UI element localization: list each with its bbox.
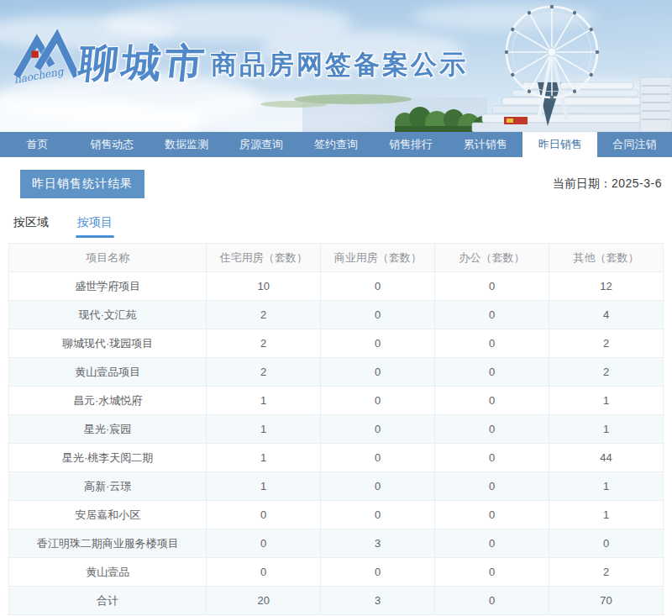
nav-item-8[interactable]: 合同注销 (597, 132, 672, 157)
count-cell: 0 (321, 329, 435, 358)
count-cell: 1 (207, 472, 321, 501)
count-cell: 0 (321, 472, 435, 501)
count-cell: 0 (435, 301, 549, 329)
count-cell: 0 (207, 501, 321, 529)
project-name-cell: 盛世学府项目 (9, 272, 207, 301)
view-tab-1[interactable]: 按项目 (76, 215, 114, 238)
project-name-cell: 星光·桃李天阅二期 (9, 444, 207, 472)
count-cell: 0 (207, 529, 321, 558)
count-cell: 0 (321, 272, 435, 301)
count-cell: 0 (435, 501, 549, 529)
count-cell: 0 (321, 301, 435, 329)
nav-item-3[interactable]: 房源查询 (224, 132, 299, 157)
count-cell: 2 (549, 329, 664, 358)
count-cell: 0 (435, 558, 549, 587)
site-title: 商品房网签备案公示 (211, 51, 468, 77)
count-cell: 0 (321, 558, 435, 587)
count-cell: 2 (549, 558, 664, 587)
page: liaocheng 聊城市 商品房网签备案公示 首页销售动态数据监测房源查询签约… (0, 0, 672, 616)
count-cell: 0 (435, 329, 549, 358)
column-header: 项目名称 (9, 244, 207, 272)
nav-item-6[interactable]: 累计销售 (448, 132, 522, 157)
count-cell: 3 (321, 529, 435, 558)
count-cell: 0 (435, 529, 549, 558)
project-name-cell: 星光·宸园 (9, 415, 207, 444)
count-cell: 0 (207, 558, 321, 587)
content: 昨日销售统计结果 当前日期：2025-3-6 按区域按项目 项目名称住宅用房（套… (0, 170, 672, 615)
project-name-cell: 合计 (9, 587, 207, 615)
project-name-cell: 香江明珠二期商业服务楼项目 (9, 529, 207, 558)
project-name-cell: 昌元·水城悦府 (9, 387, 207, 415)
section-title-badge: 昨日销售统计结果 (20, 170, 144, 198)
count-cell: 1 (549, 387, 664, 415)
count-cell: 3 (321, 587, 435, 615)
count-cell: 0 (321, 444, 435, 472)
project-name-cell: 聊城现代·珑园项目 (9, 329, 207, 358)
table-row: 聊城现代·珑园项目2002 (9, 329, 664, 358)
count-cell: 1 (549, 472, 664, 501)
project-name-cell: 高新·云璟 (9, 472, 207, 501)
column-header: 商业用房（套数） (321, 244, 435, 272)
count-cell: 4 (549, 301, 664, 329)
liaocheng-logo-icon: liaocheng (13, 25, 79, 86)
nav-item-2[interactable]: 数据监测 (150, 132, 224, 157)
table-row: 黄山壹品项目2002 (9, 358, 664, 387)
nav-item-0[interactable]: 首页 (0, 132, 75, 157)
nav-item-7[interactable]: 昨日销售 (522, 132, 597, 157)
count-cell: 0 (435, 472, 549, 501)
count-cell: 0 (549, 529, 664, 558)
count-cell: 2 (207, 301, 321, 329)
count-cell: 0 (321, 387, 435, 415)
table-body: 盛世学府项目100012现代·文汇苑2004聊城现代·珑园项目2002黄山壹品项… (9, 272, 664, 615)
current-date: 当前日期：2025-3-6 (553, 176, 662, 192)
count-cell: 10 (207, 272, 321, 301)
table-row: 星光·桃李天阅二期10044 (9, 444, 664, 472)
nav-item-1[interactable]: 销售动态 (75, 132, 150, 157)
view-tab-0[interactable]: 按区域 (12, 215, 50, 238)
project-name-cell: 现代·文汇苑 (9, 301, 207, 329)
site-header: liaocheng 聊城市 商品房网签备案公示 (0, 0, 672, 132)
nav-item-4[interactable]: 签约查询 (299, 132, 374, 157)
count-cell: 0 (321, 501, 435, 529)
count-cell: 0 (435, 415, 549, 444)
count-cell: 0 (435, 272, 549, 301)
project-name-cell: 黄山壹品 (9, 558, 207, 587)
count-cell: 70 (549, 587, 664, 615)
count-cell: 20 (207, 587, 321, 615)
project-name-cell: 安居嘉和小区 (9, 501, 207, 529)
count-cell: 0 (435, 358, 549, 387)
nav-item-5[interactable]: 销售排行 (373, 132, 448, 157)
column-header: 办公（套数） (435, 244, 549, 272)
count-cell: 0 (435, 387, 549, 415)
column-header: 其他（套数） (549, 244, 664, 272)
count-cell: 2 (207, 358, 321, 387)
table-row: 昌元·水城悦府1001 (9, 387, 664, 415)
count-cell: 1 (207, 387, 321, 415)
city-name: 聊城市 (77, 43, 210, 82)
table-row: 盛世学府项目100012 (9, 272, 664, 301)
main-nav: 首页销售动态数据监测房源查询签约查询销售排行累计销售昨日销售合同注销 (0, 132, 672, 157)
table-row: 星光·宸园1001 (9, 415, 664, 444)
count-cell: 0 (321, 358, 435, 387)
count-cell: 1 (207, 444, 321, 472)
table-row: 香江明珠二期商业服务楼项目0300 (9, 529, 664, 558)
count-cell: 12 (549, 272, 664, 301)
count-cell: 2 (207, 329, 321, 358)
result-tabs: 按区域按项目 (12, 215, 664, 238)
table-header-row: 项目名称住宅用房（套数）商业用房（套数）办公（套数）其他（套数） (9, 244, 664, 272)
current-date-label: 当前日期： (553, 176, 612, 190)
count-cell: 44 (549, 444, 664, 472)
current-date-value: 2025-3-6 (612, 176, 662, 190)
column-header: 住宅用房（套数） (207, 244, 321, 272)
count-cell: 0 (435, 444, 549, 472)
sales-stats-table: 项目名称住宅用房（套数）商业用房（套数）办公（套数）其他（套数） 盛世学府项目1… (8, 243, 664, 615)
count-cell: 1 (549, 501, 664, 529)
table-row: 黄山壹品0002 (9, 558, 664, 587)
count-cell: 2 (549, 358, 664, 387)
count-cell: 0 (435, 587, 549, 615)
brand: liaocheng 聊城市 商品房网签备案公示 (13, 25, 468, 86)
table-row: 合计203070 (9, 587, 664, 615)
table-row: 现代·文汇苑2004 (9, 301, 664, 329)
count-cell: 1 (549, 415, 664, 444)
project-name-cell: 黄山壹品项目 (9, 358, 207, 387)
